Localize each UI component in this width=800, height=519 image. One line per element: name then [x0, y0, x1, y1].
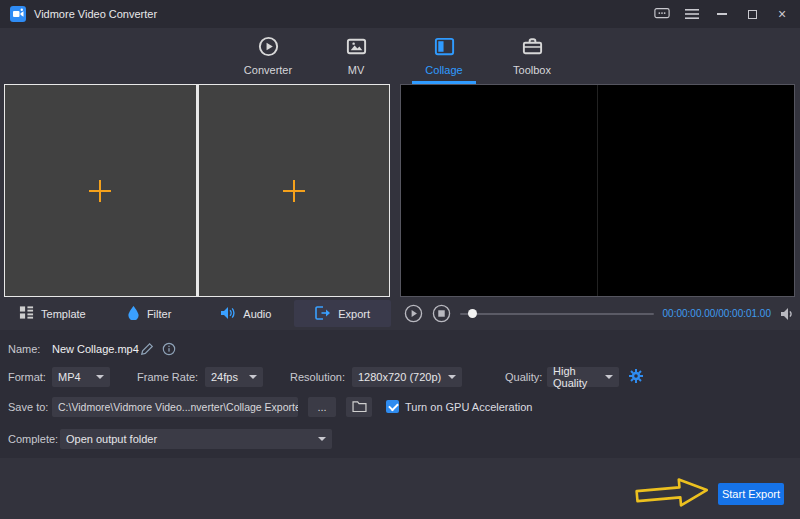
format-dropdown[interactable]: MP4 — [52, 367, 110, 387]
format-dropdown-value: MP4 — [58, 371, 81, 383]
tab-converter[interactable]: Converter — [235, 28, 301, 84]
toolbar-template-button[interactable]: Template — [4, 300, 101, 327]
chevron-down-icon — [448, 375, 456, 379]
app-logo-icon — [10, 6, 26, 22]
save-to-path-value: C:\Vidmore\Vidmore Video...nverter\Colla… — [58, 401, 298, 413]
frame-rate-dropdown-value: 24fps — [211, 371, 238, 383]
close-icon[interactable]: × — [774, 6, 790, 22]
complete-label: Complete: — [8, 428, 58, 450]
app-title: Vidmore Video Converter — [34, 8, 157, 20]
tab-toolbox[interactable]: Toolbox — [499, 28, 565, 84]
browse-ellipsis-button[interactable]: ... — [308, 397, 336, 417]
feedback-icon[interactable] — [654, 6, 670, 22]
bottom-bar: Start Export — [0, 458, 800, 519]
format-label: Format: — [8, 366, 46, 388]
resolution-dropdown[interactable]: 1280x720 (720p) — [352, 367, 462, 387]
frame-rate-label: Frame Rate: — [137, 366, 198, 388]
playback-time: 00:00:00.00/00:00:01.00 — [663, 308, 771, 319]
preview-area — [400, 84, 795, 297]
toolbar-audio-label: Audio — [243, 308, 271, 320]
export-settings-panel: Name: New Collage.mp4 Format: MP4 Frame … — [0, 330, 800, 458]
mv-icon — [345, 35, 368, 60]
menu-icon[interactable] — [684, 6, 700, 22]
preview-pane-left — [401, 85, 597, 296]
template-icon — [19, 305, 34, 322]
preview-pane-right — [597, 85, 794, 296]
complete-action-value: Open output folder — [66, 433, 157, 445]
open-folder-button[interactable] — [346, 397, 372, 417]
seek-thumb[interactable] — [468, 309, 477, 318]
toolbar-audio-button[interactable]: Audio — [198, 300, 295, 327]
minimize-icon[interactable] — [714, 6, 730, 22]
titlebar-controls: × — [654, 6, 790, 22]
volume-icon[interactable] — [780, 307, 796, 321]
toolbar-filter-button[interactable]: Filter — [101, 300, 198, 327]
tab-collage-label: Collage — [425, 64, 462, 76]
collage-editor — [4, 84, 390, 297]
tab-mv[interactable]: MV — [323, 28, 389, 84]
converter-icon — [257, 35, 280, 60]
audio-speaker-icon — [220, 306, 236, 322]
chevron-down-icon — [249, 375, 257, 379]
main-nav: Converter MV Collage Toolbox — [0, 28, 800, 84]
info-icon[interactable] — [162, 338, 176, 360]
frame-rate-dropdown[interactable]: 24fps — [205, 367, 263, 387]
chevron-down-icon — [96, 375, 104, 379]
complete-row: Complete: Open output folder — [0, 428, 800, 450]
settings-gear-icon[interactable] — [628, 365, 644, 387]
save-to-label: Save to: — [8, 396, 48, 418]
app-window: Vidmore Video Converter × Converter MV — [0, 0, 800, 519]
add-video-plus-icon — [283, 180, 305, 202]
format-row: Format: MP4 Frame Rate: 24fps Resolution… — [0, 366, 800, 388]
tab-toolbox-label: Toolbox — [513, 64, 551, 76]
toolbar-export-button[interactable]: Export — [294, 300, 391, 327]
gpu-acceleration-checkbox[interactable] — [386, 400, 399, 413]
name-row: Name: New Collage.mp4 — [0, 338, 800, 360]
tab-collage[interactable]: Collage — [411, 28, 477, 84]
toolbar-export-label: Export — [338, 308, 370, 320]
start-export-button[interactable]: Start Export — [718, 483, 784, 505]
collage-icon — [433, 35, 456, 60]
toolbar-filter-label: Filter — [147, 308, 171, 320]
resolution-dropdown-value: 1280x720 (720p) — [358, 371, 441, 383]
toolbox-icon — [521, 35, 544, 60]
seek-slider[interactable] — [460, 307, 654, 321]
resolution-label: Resolution: — [290, 366, 345, 388]
export-icon — [315, 306, 331, 322]
folder-icon — [352, 400, 367, 414]
toolbar-template-label: Template — [41, 308, 86, 320]
quality-label: Quality: — [505, 366, 542, 388]
gpu-acceleration-label: Turn on GPU Acceleration — [405, 396, 532, 418]
maximize-icon[interactable] — [744, 6, 760, 22]
save-to-path-input[interactable]: C:\Vidmore\Vidmore Video...nverter\Colla… — [52, 397, 298, 417]
titlebar: Vidmore Video Converter × — [0, 0, 800, 28]
player-bar: 00:00:00.00/00:00:01.00 — [404, 300, 796, 327]
edit-pencil-icon[interactable] — [140, 338, 154, 360]
add-video-plus-icon — [89, 180, 111, 202]
quality-dropdown[interactable]: High Quality — [547, 367, 619, 387]
play-button[interactable] — [404, 304, 423, 323]
editor-toolbar: Template Filter Audio Export — [4, 300, 391, 327]
collage-cell-2[interactable] — [199, 85, 390, 296]
save-to-row: Save to: C:\Vidmore\Vidmore Video...nver… — [0, 396, 800, 418]
chevron-down-icon — [605, 375, 613, 379]
name-value: New Collage.mp4 — [52, 338, 139, 360]
ellipsis-label: ... — [317, 401, 326, 413]
tab-converter-label: Converter — [244, 64, 292, 76]
tab-mv-label: MV — [348, 64, 365, 76]
collage-cell-1[interactable] — [5, 85, 196, 296]
stop-button[interactable] — [432, 304, 451, 323]
complete-action-dropdown[interactable]: Open output folder — [60, 429, 332, 449]
name-label: Name: — [8, 338, 40, 360]
filter-droplet-icon — [127, 305, 140, 322]
quality-dropdown-value: High Quality — [553, 365, 599, 389]
chevron-down-icon — [318, 437, 326, 441]
annotation-arrow — [633, 473, 714, 516]
seek-track — [460, 313, 654, 315]
